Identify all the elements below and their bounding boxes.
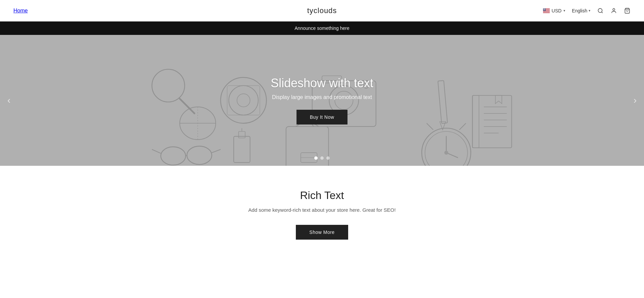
currency-selector[interactable]: USD ▾: [543, 8, 566, 13]
rich-text-body: Add some keyword-rich text about your st…: [13, 207, 631, 213]
svg-point-27: [545, 9, 545, 10]
currency-code: USD: [552, 8, 562, 13]
svg-point-12: [545, 8, 545, 9]
slideshow: Slideshow with text Display large images…: [0, 35, 644, 166]
svg-line-34: [601, 12, 602, 13]
announcement-text: Announce something here: [294, 26, 349, 31]
slideshow-dot-1[interactable]: [314, 156, 318, 160]
svg-point-17: [545, 9, 545, 9]
buy-now-button[interactable]: Buy It Now: [297, 110, 348, 125]
search-icon[interactable]: [597, 7, 604, 14]
svg-rect-61: [286, 127, 329, 166]
svg-rect-58: [234, 136, 250, 162]
svg-point-31: [544, 10, 545, 10]
svg-rect-48: [438, 81, 448, 123]
slideshow-dot-2[interactable]: [320, 156, 324, 160]
svg-rect-59: [238, 132, 245, 138]
slideshow-subtitle: Display large images and promotional tex…: [271, 94, 373, 100]
svg-point-29: [543, 10, 544, 10]
account-icon[interactable]: [610, 7, 617, 14]
svg-rect-71: [473, 95, 512, 148]
svg-point-37: [152, 69, 185, 102]
header-nav: Home: [13, 8, 28, 14]
nav-home[interactable]: Home: [13, 8, 28, 14]
svg-point-54: [187, 146, 212, 165]
slideshow-dot-3[interactable]: [326, 156, 330, 160]
show-more-button[interactable]: Show More: [296, 225, 348, 240]
svg-point-24: [544, 9, 544, 10]
svg-point-33: [598, 8, 602, 12]
svg-point-35: [613, 8, 615, 10]
svg-point-9: [543, 8, 544, 9]
language-chevron-icon: ▾: [589, 9, 590, 12]
rich-text-title: Rich Text: [13, 189, 631, 202]
slideshow-prev-button[interactable]: ‹: [4, 92, 14, 109]
svg-point-32: [545, 10, 545, 10]
rich-text-section: Rich Text Add some keyword-rich text abo…: [0, 166, 644, 263]
svg-point-15: [544, 9, 544, 9]
slideshow-dots: [314, 156, 330, 160]
svg-point-68: [445, 151, 448, 154]
svg-line-70: [460, 123, 466, 130]
svg-point-41: [237, 94, 250, 107]
announcement-bar: Announce something here: [0, 21, 644, 35]
svg-rect-5: [543, 11, 550, 12]
svg-rect-4: [543, 11, 550, 11]
currency-chevron-icon: ▾: [564, 9, 565, 12]
svg-point-22: [545, 9, 545, 9]
slideshow-content: Slideshow with text Display large images…: [271, 76, 373, 125]
site-logo: tyclouds: [307, 6, 337, 15]
svg-line-56: [152, 149, 161, 153]
svg-line-69: [427, 123, 433, 130]
svg-point-8: [543, 8, 543, 9]
language-selector[interactable]: English ▾: [572, 8, 590, 13]
svg-rect-72: [473, 95, 479, 148]
svg-line-38: [180, 99, 195, 113]
svg-point-53: [161, 147, 185, 165]
svg-point-23: [543, 9, 544, 10]
slideshow-title: Slideshow with text: [271, 76, 373, 90]
svg-point-18: [543, 9, 543, 9]
us-flag-icon: [543, 8, 550, 13]
svg-point-40: [229, 86, 258, 115]
svg-point-16: [544, 9, 545, 9]
svg-point-20: [544, 9, 544, 9]
svg-point-19: [543, 9, 544, 9]
svg-rect-6: [543, 12, 550, 12]
svg-point-11: [544, 8, 545, 9]
header-right: USD ▾ English ▾: [543, 7, 631, 14]
svg-marker-78: [495, 95, 502, 103]
svg-point-25: [544, 9, 544, 10]
slideshow-next-button[interactable]: ›: [630, 92, 640, 109]
svg-line-57: [212, 149, 220, 153]
svg-point-28: [543, 10, 543, 10]
svg-point-14: [544, 9, 544, 9]
svg-point-30: [544, 10, 544, 10]
svg-point-13: [543, 9, 544, 9]
language-label: English: [572, 8, 587, 13]
cart-icon[interactable]: [624, 7, 631, 14]
header: Home tyclouds: [0, 0, 644, 21]
svg-rect-42: [227, 86, 260, 115]
svg-point-26: [544, 9, 545, 10]
svg-point-10: [544, 8, 544, 9]
svg-point-21: [544, 9, 545, 9]
svg-point-39: [221, 78, 267, 123]
